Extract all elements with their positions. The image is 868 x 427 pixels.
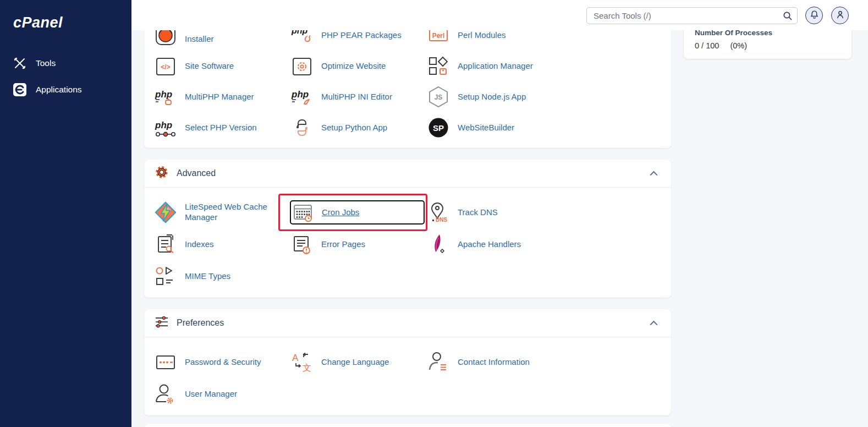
tool-label: WebSiteBuilder xyxy=(458,123,514,133)
websitebuilder-icon: SP xyxy=(427,117,449,139)
advanced-section-header[interactable]: Advanced xyxy=(144,160,671,188)
python-icon xyxy=(291,117,313,139)
tool-label: Error Pages xyxy=(321,239,365,250)
next-section-card-edge xyxy=(144,424,671,427)
main-area: Installer php PHP PEAR Packages xyxy=(131,0,868,427)
tool-label: Contact Information xyxy=(458,357,530,368)
tool-item-track-dns[interactable]: DNS Track DNS xyxy=(427,196,671,228)
password-security-icon xyxy=(155,351,177,373)
svg-text:php: php xyxy=(291,89,309,100)
processes-usage: 0 / 100 xyxy=(695,41,719,50)
litespeed-icon xyxy=(155,201,177,223)
indexes-icon xyxy=(155,233,177,255)
search-input[interactable] xyxy=(586,7,798,24)
tool-label: MIME Types xyxy=(185,271,230,282)
tool-label: Setup Node.js App xyxy=(458,92,526,102)
account-button[interactable] xyxy=(831,7,849,24)
tool-item-user-manager[interactable]: User Manager xyxy=(155,378,291,410)
sidebar-item-label: Tools xyxy=(36,58,56,68)
svg-text:文: 文 xyxy=(303,363,311,373)
tool-label: Perl Modules xyxy=(458,30,506,41)
svg-text:</>: </> xyxy=(161,63,170,71)
tool-item-apache-handlers[interactable]: Apache Handlers xyxy=(427,228,671,260)
tool-item-contact-information[interactable]: Contact Information xyxy=(427,346,671,378)
tool-label: PHP PEAR Packages xyxy=(321,30,402,41)
tools-icon xyxy=(13,57,26,70)
chevron-up-icon[interactable] xyxy=(650,318,658,328)
svg-text:DNS: DNS xyxy=(436,217,447,223)
tool-item-mime-types[interactable]: MIME Types xyxy=(155,260,291,292)
svg-text:Perl: Perl xyxy=(432,32,445,40)
track-dns-icon: DNS xyxy=(427,201,449,223)
search-icon xyxy=(783,11,793,23)
tool-item-application-manager[interactable]: Application Manager xyxy=(427,51,671,81)
tool-label: Password & Security xyxy=(185,357,261,368)
tool-label: User Manager xyxy=(185,389,237,399)
svg-text:php: php xyxy=(155,120,172,130)
cron-jobs-focus-ring[interactable]: Cron Jobs xyxy=(290,200,425,225)
nodejs-icon: JS xyxy=(427,86,449,108)
section-preferences: Preferences xyxy=(144,309,671,415)
tool-item-multiphp-ini-editor[interactable]: php MultiPHP INI Editor xyxy=(291,81,427,112)
preferences-section-header[interactable]: Preferences xyxy=(144,309,671,337)
tool-label: MultiPHP INI Editor xyxy=(321,92,392,102)
tool-label: Change Language xyxy=(321,357,389,368)
tool-label: Select PHP Version xyxy=(185,123,257,133)
svg-text:JS: JS xyxy=(435,94,443,101)
tool-label: Apache Handlers xyxy=(458,239,521,250)
mime-types-icon xyxy=(155,265,177,287)
applications-icon xyxy=(13,83,26,96)
multiphp-ini-editor-icon: php xyxy=(291,86,313,108)
processes-percent: (0%) xyxy=(730,41,747,50)
svg-text:SP: SP xyxy=(433,123,444,133)
sidebar-item-tools[interactable]: Tools xyxy=(0,50,131,76)
cron-jobs-highlight-box: Cron Jobs xyxy=(278,194,427,231)
topbar xyxy=(131,0,868,30)
section-software: Installer php PHP PEAR Packages xyxy=(144,17,671,148)
sliders-icon xyxy=(155,315,169,331)
sidebar: cPanel Tools Applications xyxy=(0,0,131,427)
tool-item-websitebuilder[interactable]: SP WebSiteBuilder xyxy=(427,112,671,143)
apache-handlers-icon xyxy=(427,233,449,255)
tool-label: MultiPHP Manager xyxy=(185,92,254,102)
select-php-version-icon: php xyxy=(155,117,177,139)
section-advanced: Advanced LiteSpeed We xyxy=(144,160,671,298)
site-software-icon: </> xyxy=(155,55,177,77)
optimize-website-icon xyxy=(291,55,313,77)
stats-value: 0 / 100 (0%) xyxy=(695,41,840,50)
tool-item-optimize-website[interactable]: Optimize Website xyxy=(291,51,427,81)
tool-item-change-language[interactable]: A 文 Change Language xyxy=(291,346,427,378)
tool-item-indexes[interactable]: Indexes xyxy=(155,228,291,260)
tool-item-multiphp-manager[interactable]: php MultiPHP Manager xyxy=(155,81,291,112)
user-manager-icon xyxy=(155,383,177,405)
chevron-up-icon[interactable] xyxy=(650,168,658,178)
contact-information-icon xyxy=(427,351,449,373)
tool-label: Application Manager xyxy=(458,61,533,72)
sidebar-item-applications[interactable]: Applications xyxy=(0,76,131,103)
cpanel-logo: cPanel xyxy=(0,0,131,31)
section-title: Preferences xyxy=(177,318,224,328)
tool-label: Track DNS xyxy=(458,207,498,218)
tool-item-cron-jobs[interactable]: Cron Jobs xyxy=(291,196,427,228)
section-title: Advanced xyxy=(177,168,216,178)
svg-text:php: php xyxy=(155,89,172,100)
tool-label: Installer xyxy=(185,34,214,45)
tool-item-site-software[interactable]: </> Site Software xyxy=(155,51,291,81)
tool-item-setup-python-app[interactable]: Setup Python App xyxy=(291,112,427,143)
tool-item-error-pages[interactable]: Error Pages xyxy=(291,228,427,260)
tool-item-select-php-version[interactable]: php Select PHP Version xyxy=(155,112,291,143)
gear-icon xyxy=(155,165,169,182)
user-icon xyxy=(836,10,845,21)
tool-label: LiteSpeed Web Cache Manager xyxy=(185,202,278,223)
tool-label: Optimize Website xyxy=(321,61,386,72)
cron-jobs-icon xyxy=(293,201,315,223)
tool-label: Cron Jobs xyxy=(322,207,359,218)
application-manager-icon xyxy=(427,55,449,77)
sidebar-item-label: Applications xyxy=(36,85,82,95)
tool-item-litespeed-web-cache-manager[interactable]: LiteSpeed Web Cache Manager xyxy=(155,196,291,228)
tool-item-setup-nodejs-app[interactable]: JS Setup Node.js App xyxy=(427,81,671,112)
tool-label: Setup Python App xyxy=(321,123,387,133)
notifications-button[interactable] xyxy=(805,7,823,24)
change-language-icon: A 文 xyxy=(291,351,313,373)
tool-item-password-security[interactable]: Password & Security xyxy=(155,346,291,378)
